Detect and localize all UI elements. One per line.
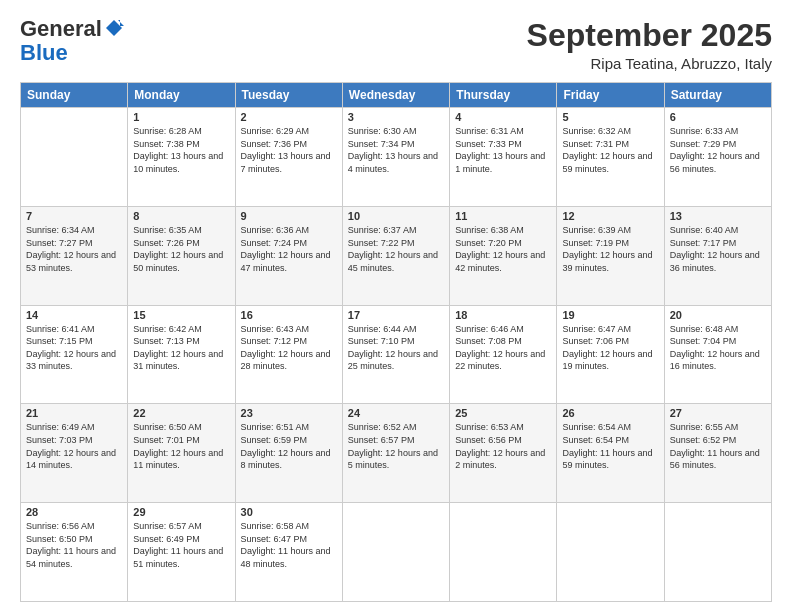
- day-number: 22: [133, 407, 229, 419]
- day-info: Sunrise: 6:37 AMSunset: 7:22 PMDaylight:…: [348, 224, 444, 274]
- day-info: Sunrise: 6:49 AMSunset: 7:03 PMDaylight:…: [26, 421, 122, 471]
- day-info: Sunrise: 6:36 AMSunset: 7:24 PMDaylight:…: [241, 224, 337, 274]
- table-row: 13Sunrise: 6:40 AMSunset: 7:17 PMDayligh…: [664, 206, 771, 305]
- table-row: [21, 108, 128, 207]
- day-info: Sunrise: 6:58 AMSunset: 6:47 PMDaylight:…: [241, 520, 337, 570]
- day-info: Sunrise: 6:42 AMSunset: 7:13 PMDaylight:…: [133, 323, 229, 373]
- table-row: [342, 503, 449, 602]
- day-info: Sunrise: 6:55 AMSunset: 6:52 PMDaylight:…: [670, 421, 766, 471]
- table-row: 11Sunrise: 6:38 AMSunset: 7:20 PMDayligh…: [450, 206, 557, 305]
- table-row: 4Sunrise: 6:31 AMSunset: 7:33 PMDaylight…: [450, 108, 557, 207]
- location: Ripa Teatina, Abruzzo, Italy: [527, 55, 772, 72]
- calendar-header-row: Sunday Monday Tuesday Wednesday Thursday…: [21, 83, 772, 108]
- day-number: 14: [26, 309, 122, 321]
- day-number: 23: [241, 407, 337, 419]
- calendar-week-row: 1Sunrise: 6:28 AMSunset: 7:38 PMDaylight…: [21, 108, 772, 207]
- table-row: 17Sunrise: 6:44 AMSunset: 7:10 PMDayligh…: [342, 305, 449, 404]
- calendar-week-row: 28Sunrise: 6:56 AMSunset: 6:50 PMDayligh…: [21, 503, 772, 602]
- table-row: 14Sunrise: 6:41 AMSunset: 7:15 PMDayligh…: [21, 305, 128, 404]
- table-row: 30Sunrise: 6:58 AMSunset: 6:47 PMDayligh…: [235, 503, 342, 602]
- day-info: Sunrise: 6:39 AMSunset: 7:19 PMDaylight:…: [562, 224, 658, 274]
- day-info: Sunrise: 6:28 AMSunset: 7:38 PMDaylight:…: [133, 125, 229, 175]
- day-info: Sunrise: 6:57 AMSunset: 6:49 PMDaylight:…: [133, 520, 229, 570]
- day-number: 28: [26, 506, 122, 518]
- logo-blue-text: Blue: [20, 40, 68, 65]
- day-info: Sunrise: 6:33 AMSunset: 7:29 PMDaylight:…: [670, 125, 766, 175]
- day-info: Sunrise: 6:50 AMSunset: 7:01 PMDaylight:…: [133, 421, 229, 471]
- day-info: Sunrise: 6:35 AMSunset: 7:26 PMDaylight:…: [133, 224, 229, 274]
- day-number: 10: [348, 210, 444, 222]
- table-row: 8Sunrise: 6:35 AMSunset: 7:26 PMDaylight…: [128, 206, 235, 305]
- day-info: Sunrise: 6:46 AMSunset: 7:08 PMDaylight:…: [455, 323, 551, 373]
- day-number: 12: [562, 210, 658, 222]
- day-info: Sunrise: 6:32 AMSunset: 7:31 PMDaylight:…: [562, 125, 658, 175]
- day-info: Sunrise: 6:56 AMSunset: 6:50 PMDaylight:…: [26, 520, 122, 570]
- col-friday: Friday: [557, 83, 664, 108]
- day-info: Sunrise: 6:30 AMSunset: 7:34 PMDaylight:…: [348, 125, 444, 175]
- day-number: 18: [455, 309, 551, 321]
- day-number: 2: [241, 111, 337, 123]
- day-number: 27: [670, 407, 766, 419]
- day-number: 1: [133, 111, 229, 123]
- table-row: 22Sunrise: 6:50 AMSunset: 7:01 PMDayligh…: [128, 404, 235, 503]
- table-row: 28Sunrise: 6:56 AMSunset: 6:50 PMDayligh…: [21, 503, 128, 602]
- table-row: 15Sunrise: 6:42 AMSunset: 7:13 PMDayligh…: [128, 305, 235, 404]
- day-number: 11: [455, 210, 551, 222]
- calendar: Sunday Monday Tuesday Wednesday Thursday…: [20, 82, 772, 602]
- day-info: Sunrise: 6:34 AMSunset: 7:27 PMDaylight:…: [26, 224, 122, 274]
- day-number: 7: [26, 210, 122, 222]
- day-number: 30: [241, 506, 337, 518]
- table-row: [557, 503, 664, 602]
- day-info: Sunrise: 6:52 AMSunset: 6:57 PMDaylight:…: [348, 421, 444, 471]
- col-saturday: Saturday: [664, 83, 771, 108]
- table-row: 27Sunrise: 6:55 AMSunset: 6:52 PMDayligh…: [664, 404, 771, 503]
- table-row: 29Sunrise: 6:57 AMSunset: 6:49 PMDayligh…: [128, 503, 235, 602]
- calendar-week-row: 21Sunrise: 6:49 AMSunset: 7:03 PMDayligh…: [21, 404, 772, 503]
- day-number: 20: [670, 309, 766, 321]
- table-row: [450, 503, 557, 602]
- table-row: [664, 503, 771, 602]
- day-number: 13: [670, 210, 766, 222]
- table-row: 23Sunrise: 6:51 AMSunset: 6:59 PMDayligh…: [235, 404, 342, 503]
- col-wednesday: Wednesday: [342, 83, 449, 108]
- day-info: Sunrise: 6:44 AMSunset: 7:10 PMDaylight:…: [348, 323, 444, 373]
- day-info: Sunrise: 6:47 AMSunset: 7:06 PMDaylight:…: [562, 323, 658, 373]
- day-number: 15: [133, 309, 229, 321]
- title-block: September 2025 Ripa Teatina, Abruzzo, It…: [527, 18, 772, 72]
- day-info: Sunrise: 6:31 AMSunset: 7:33 PMDaylight:…: [455, 125, 551, 175]
- day-info: Sunrise: 6:48 AMSunset: 7:04 PMDaylight:…: [670, 323, 766, 373]
- day-number: 24: [348, 407, 444, 419]
- table-row: 5Sunrise: 6:32 AMSunset: 7:31 PMDaylight…: [557, 108, 664, 207]
- day-number: 19: [562, 309, 658, 321]
- table-row: 19Sunrise: 6:47 AMSunset: 7:06 PMDayligh…: [557, 305, 664, 404]
- day-number: 4: [455, 111, 551, 123]
- calendar-week-row: 14Sunrise: 6:41 AMSunset: 7:15 PMDayligh…: [21, 305, 772, 404]
- table-row: 3Sunrise: 6:30 AMSunset: 7:34 PMDaylight…: [342, 108, 449, 207]
- table-row: 21Sunrise: 6:49 AMSunset: 7:03 PMDayligh…: [21, 404, 128, 503]
- col-thursday: Thursday: [450, 83, 557, 108]
- table-row: 16Sunrise: 6:43 AMSunset: 7:12 PMDayligh…: [235, 305, 342, 404]
- table-row: 20Sunrise: 6:48 AMSunset: 7:04 PMDayligh…: [664, 305, 771, 404]
- table-row: 10Sunrise: 6:37 AMSunset: 7:22 PMDayligh…: [342, 206, 449, 305]
- calendar-week-row: 7Sunrise: 6:34 AMSunset: 7:27 PMDaylight…: [21, 206, 772, 305]
- table-row: 1Sunrise: 6:28 AMSunset: 7:38 PMDaylight…: [128, 108, 235, 207]
- day-number: 6: [670, 111, 766, 123]
- day-info: Sunrise: 6:43 AMSunset: 7:12 PMDaylight:…: [241, 323, 337, 373]
- table-row: 6Sunrise: 6:33 AMSunset: 7:29 PMDaylight…: [664, 108, 771, 207]
- day-number: 26: [562, 407, 658, 419]
- day-number: 21: [26, 407, 122, 419]
- logo-general-text: General: [20, 18, 102, 40]
- day-number: 9: [241, 210, 337, 222]
- day-number: 3: [348, 111, 444, 123]
- table-row: 12Sunrise: 6:39 AMSunset: 7:19 PMDayligh…: [557, 206, 664, 305]
- day-info: Sunrise: 6:29 AMSunset: 7:36 PMDaylight:…: [241, 125, 337, 175]
- table-row: 26Sunrise: 6:54 AMSunset: 6:54 PMDayligh…: [557, 404, 664, 503]
- table-row: 2Sunrise: 6:29 AMSunset: 7:36 PMDaylight…: [235, 108, 342, 207]
- day-number: 5: [562, 111, 658, 123]
- logo: General Blue: [20, 18, 124, 66]
- day-number: 29: [133, 506, 229, 518]
- table-row: 24Sunrise: 6:52 AMSunset: 6:57 PMDayligh…: [342, 404, 449, 503]
- col-monday: Monday: [128, 83, 235, 108]
- header: General Blue September 2025 Ripa Teatina…: [20, 18, 772, 72]
- col-sunday: Sunday: [21, 83, 128, 108]
